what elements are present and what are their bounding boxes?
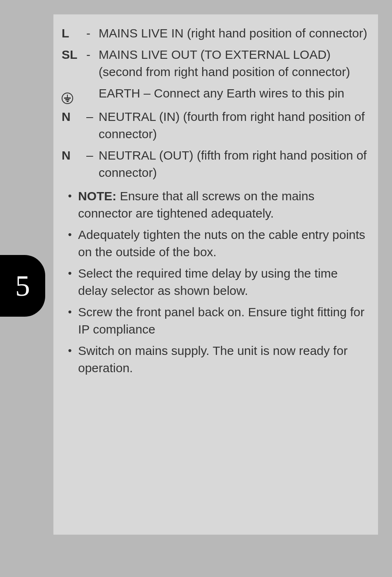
- definition-row: EARTH – Connect any Earth wires to this …: [62, 85, 368, 104]
- def-sep: –: [86, 147, 99, 164]
- def-label-earth: [62, 85, 86, 104]
- definition-row: N – NEUTRAL (OUT) (fifth from right hand…: [62, 147, 368, 181]
- def-label-N: N: [62, 108, 86, 125]
- bullet-marker: •: [62, 188, 78, 205]
- bullet-item: • Screw the front panel back on. Ensure …: [62, 304, 368, 338]
- def-sep: -: [86, 46, 99, 63]
- earth-icon: [62, 93, 73, 104]
- bullet-item: • Switch on mains supply. The unit is no…: [62, 342, 368, 377]
- bullet-text: Screw the front panel back on. Ensure ti…: [78, 304, 368, 338]
- def-label-L: L: [62, 25, 86, 42]
- definition-row: SL - MAINS LIVE OUT (TO EXTERNAL LOAD) (…: [62, 46, 368, 81]
- bullet-text: NOTE: Ensure that all screws on the main…: [78, 188, 368, 222]
- definition-row: N – NEUTRAL (IN) (fourth from right hand…: [62, 108, 368, 143]
- bullet-list: • NOTE: Ensure that all screws on the ma…: [62, 188, 368, 377]
- bullet-text: Select the required time delay by using …: [78, 265, 368, 299]
- definition-row: L - MAINS LIVE IN (right hand position o…: [62, 25, 368, 42]
- bullet-marker: •: [62, 265, 78, 282]
- bullet-bold: NOTE:: [78, 189, 116, 203]
- def-desc: MAINS LIVE IN (right hand position of co…: [99, 25, 368, 42]
- bullet-item: • NOTE: Ensure that all screws on the ma…: [62, 188, 368, 222]
- def-desc: NEUTRAL (IN) (fourth from right hand pos…: [99, 108, 368, 143]
- def-desc: MAINS LIVE OUT (TO EXTERNAL LOAD) (secon…: [99, 46, 368, 81]
- page-number: 5: [15, 269, 30, 303]
- def-sep: -: [86, 25, 99, 42]
- bullet-item: • Adequately tighten the nuts on the cab…: [62, 226, 368, 261]
- bullet-item: • Select the required time delay by usin…: [62, 265, 368, 299]
- bullet-text: Switch on mains supply. The unit is now …: [78, 342, 368, 377]
- bullet-marker: •: [62, 342, 78, 359]
- def-sep: –: [86, 108, 99, 125]
- bullet-marker: •: [62, 226, 78, 243]
- page-tab: 5: [0, 255, 45, 317]
- bullet-text: Adequately tighten the nuts on the cable…: [78, 226, 368, 261]
- bullet-marker: •: [62, 304, 78, 321]
- def-label-SL: SL: [62, 46, 86, 63]
- def-desc: NEUTRAL (OUT) (fifth from right hand pos…: [99, 147, 368, 181]
- def-desc: EARTH – Connect any Earth wires to this …: [99, 85, 368, 102]
- def-label-N: N: [62, 147, 86, 164]
- content-box: L - MAINS LIVE IN (right hand position o…: [53, 14, 378, 535]
